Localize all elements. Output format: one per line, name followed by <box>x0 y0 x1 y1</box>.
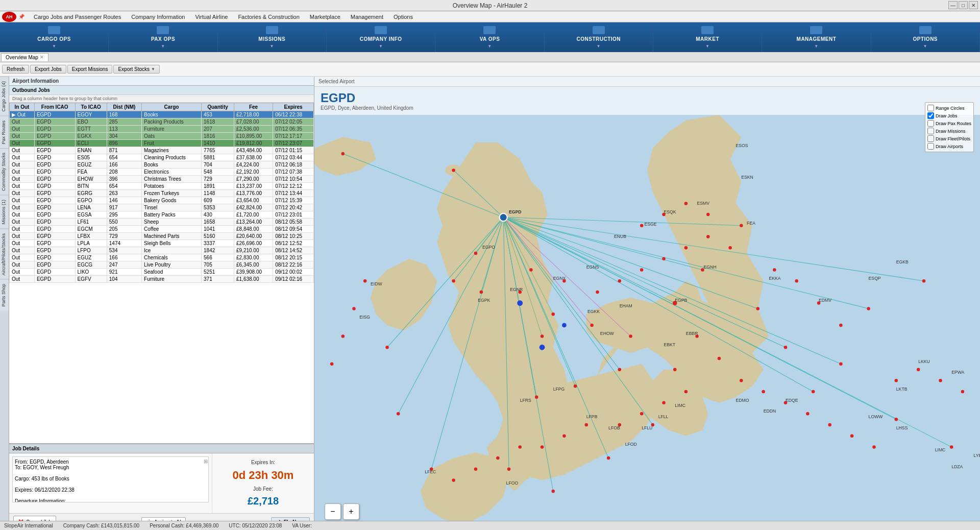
col-from-icao[interactable]: From ICAO <box>34 103 75 111</box>
cell-to-icao: EGRG <box>75 190 107 197</box>
table-row[interactable]: Out EGPD EGCM 205 Coffee 1041 £8,848.00 … <box>10 226 314 233</box>
sidebar-tab-cargo-jobs[interactable]: Cargo Jobs (4) <box>0 77 9 116</box>
cell-expires: 07/12 23:07 <box>273 140 314 147</box>
nav-construction[interactable]: CONSTRUCTION ▼ <box>545 22 653 52</box>
nav-va-ops[interactable]: VA OPS ▼ <box>435 22 544 52</box>
cell-cargo: Furniture <box>142 126 202 133</box>
close-button[interactable]: ✕ <box>969 1 978 9</box>
cell-from-icao: EGPD <box>34 118 75 126</box>
menu-options[interactable]: Options <box>388 13 418 21</box>
export-jobs-button[interactable]: Export Jobs <box>30 65 66 74</box>
map-container[interactable]: FEA EGNH EGPB EGPD ESKN ESMV ESQK ESOS E… <box>314 115 980 530</box>
table-row[interactable]: Out EGPD LPLA 1474 Sleigh Bells 3337 £26… <box>10 240 314 247</box>
table-row[interactable]: Out EGPD EBO 285 Packing Products 1618 £… <box>10 118 314 126</box>
checkbox-draw-jobs[interactable]: Draw Jobs <box>927 112 971 119</box>
checkbox-airports[interactable]: Draw Airports <box>927 143 971 150</box>
cell-expires: 07/12 07:38 <box>273 168 314 176</box>
cell-in-out: Out <box>10 254 35 261</box>
maximize-button[interactable]: □ <box>959 1 968 9</box>
table-row[interactable]: Out EGPD EGPO 146 Bakery Goods 609 £3,65… <box>10 197 314 204</box>
checkbox-range-circles[interactable]: Range Circles <box>927 105 971 111</box>
table-row[interactable]: Out EGPD FEA 208 Electronics 548 £2,192.… <box>10 168 314 176</box>
zoom-out-button[interactable]: − <box>325 503 341 520</box>
menu-virtual-airline[interactable]: Virtual Airline <box>190 13 233 21</box>
tab-overview-map[interactable]: Overview Map ✕ <box>1 53 48 61</box>
draw-pax-routes-checkbox[interactable] <box>927 120 934 127</box>
col-dist[interactable]: Dist (NM) <box>107 103 141 111</box>
svg-point-93 <box>562 434 566 438</box>
svg-text:LFPB: LFPB <box>586 414 598 419</box>
table-row[interactable]: Out EGPD LIKO 921 Seafood 5251 £39,908.0… <box>10 269 314 276</box>
table-row[interactable]: Out EGPD EGKX 304 Oats 1816 £10,895.00 0… <box>10 133 314 140</box>
sidebar-tab-parts-shop[interactable]: Parts Shop <box>0 279 9 311</box>
nav-cargo-ops[interactable]: CARGO OPS ▼ <box>0 22 109 52</box>
table-row[interactable]: Out EGPD EGTT 113 Furniture 207 £2,536.0… <box>10 126 314 133</box>
draw-fleet-checkbox[interactable] <box>927 135 934 142</box>
sidebar-tab-pax-routes[interactable]: Pax Routes <box>0 116 9 149</box>
fee-label: Job Fee: <box>253 486 273 492</box>
col-cargo[interactable]: Cargo <box>142 103 202 111</box>
outbound-header: Outbound Jobs <box>9 86 314 95</box>
range-circles-checkbox[interactable] <box>927 105 934 111</box>
col-qty[interactable]: Quantity <box>202 103 234 111</box>
svg-point-59 <box>480 291 483 294</box>
draw-missions-checkbox[interactable] <box>927 128 934 134</box>
nav-management[interactable]: MANAGEMENT ▼ <box>762 22 871 52</box>
menu-management[interactable]: Management <box>346 13 388 21</box>
job-description-text[interactable] <box>12 456 209 502</box>
table-row[interactable]: Out EGPD ES05 654 Cleaning Products 5881… <box>10 154 314 161</box>
nav-market[interactable]: MARKET ▼ <box>653 22 762 52</box>
table-row[interactable]: Out EGPD LFBX 729 Machined Parts 5160 £2… <box>10 233 314 240</box>
svg-point-65 <box>640 268 644 272</box>
table-row[interactable]: Out EGPD BITN 654 Potatoes 1891 £13,237.… <box>10 183 314 190</box>
sidebar-tab-commodity-stocks[interactable]: Commodity Stocks <box>0 148 9 195</box>
nav-missions[interactable]: MISSIONS ▼ <box>218 22 327 52</box>
col-fee[interactable]: Fee <box>234 103 273 111</box>
nav-pax-ops[interactable]: PAX OPS ▼ <box>109 22 217 52</box>
menu-marketplace[interactable]: Marketplace <box>305 13 346 21</box>
col-to-icao[interactable]: To ICAO <box>75 103 107 111</box>
table-row[interactable]: Out EGPD ENAN 871 Magazines 7765 £43,484… <box>10 147 314 154</box>
company-name: SlopeAir International <box>4 523 53 528</box>
cell-to-icao: LENA <box>75 204 107 211</box>
menu-cargo-jobs[interactable]: Cargo Jobs and Passenger Routes <box>29 13 126 21</box>
table-row[interactable]: Out EGPD EGCG 247 Live Poultry 705 £6,34… <box>10 261 314 269</box>
table-row[interactable]: Out EGPD EGUZ 166 Chemicals 566 £2,830.0… <box>10 254 314 261</box>
table-row[interactable]: Out EGPD EGSA 295 Battery Packs 430 £1,7… <box>10 211 314 219</box>
menu-factories[interactable]: Factories & Construction <box>233 13 304 21</box>
table-row[interactable]: Out EGPD EGRG 263 Frozen Turkeys 1148 £1… <box>10 190 314 197</box>
nav-options[interactable]: OPTIONS ▼ <box>871 22 980 52</box>
table-row[interactable]: Out EGPD LF61 550 Sheep 1658 £13,264.00 … <box>10 219 314 226</box>
minimize-button[interactable]: — <box>948 1 958 9</box>
col-expires[interactable]: Expires <box>273 103 314 111</box>
menu-company-info[interactable]: Company Information <box>126 13 190 21</box>
jobs-table-wrapper[interactable]: In Out From ICAO To ICAO Dist (NM) Cargo… <box>9 103 314 443</box>
table-row[interactable]: Out EGPD EGFV 104 Furniture 371 £1,638.0… <box>10 276 314 283</box>
svg-point-63 <box>596 291 599 294</box>
table-row[interactable]: Out EGPD LFPO 534 Ice 1842 £9,210.00 08/… <box>10 247 314 254</box>
col-in-out[interactable]: In Out <box>10 103 35 111</box>
sidebar-tab-missions[interactable]: Missions (1) <box>0 195 9 229</box>
checkbox-missions[interactable]: Draw Missions <box>927 128 971 134</box>
nav-company-info[interactable]: COMPANY INFO ▼ <box>327 22 435 52</box>
cell-to-icao: EGSA <box>75 211 107 219</box>
zoom-in-button[interactable]: + <box>343 503 359 520</box>
table-row[interactable]: Out EGPD LENA 917 Tinsel 5353 £42,824.00… <box>10 204 314 211</box>
refresh-button[interactable]: Refresh <box>2 65 29 74</box>
cargo-ops-icon <box>48 26 60 34</box>
expand-icon[interactable]: ⊞ <box>204 457 208 466</box>
table-row[interactable]: Out EGPD EHOW 396 Christmas Trees 729 £7… <box>10 176 314 183</box>
export-stocks-button[interactable]: Export Stocks ▼ <box>113 65 160 74</box>
draw-jobs-checkbox[interactable] <box>927 112 934 119</box>
checkbox-pax-routes[interactable]: Draw Pax Routes <box>927 120 971 127</box>
draw-airports-checkbox[interactable] <box>927 143 934 150</box>
sidebar-tab-aircraft[interactable]: Aircraft/Pilots/Stocks <box>0 229 9 280</box>
checkbox-fleet[interactable]: Draw Fleet/Pilots <box>927 135 971 142</box>
table-row[interactable]: Out EGPD ECLI 896 Fruit 1410 £19,812.00 … <box>10 140 314 147</box>
pin-button[interactable]: 📌 <box>18 14 24 19</box>
table-row[interactable]: ▶ Out EGPD EGOY 168 Books 453 £2,718.00 … <box>10 111 314 118</box>
table-row[interactable]: Out EGPD EGUZ 166 Books 704 £4,224.00 07… <box>10 161 314 168</box>
main-area: Cargo Jobs (4) Pax Routes Commodity Stoc… <box>0 77 980 530</box>
export-missions-button[interactable]: Export Missions <box>67 65 113 74</box>
close-tab-icon[interactable]: ✕ <box>40 55 44 60</box>
